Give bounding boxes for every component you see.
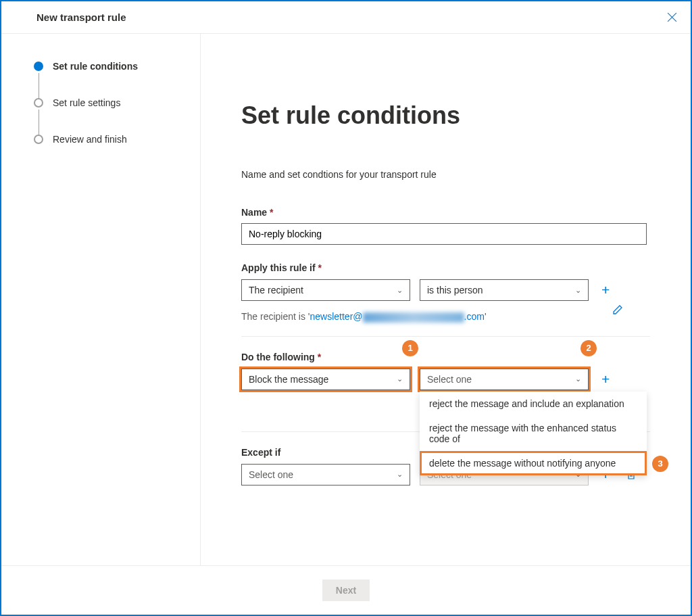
dropdown-panel: reject the message and include an explan… — [420, 392, 647, 475]
edit-condition-button[interactable] — [609, 301, 626, 318]
body: Set rule conditions Set rule settings Re… — [1, 34, 691, 565]
step-dot-icon — [34, 98, 43, 108]
step-label: Set rule conditions — [53, 61, 138, 72]
page-title: Set rule conditions — [241, 101, 650, 130]
sidebar: Set rule conditions Set rule settings Re… — [1, 34, 201, 565]
app-frame: New transport rule Set rule conditions S… — [0, 0, 692, 616]
step-dot-icon — [34, 135, 43, 144]
do-following-select-primary[interactable]: Block the message ⌄ — [241, 369, 410, 390]
name-field-group: Name * — [241, 207, 650, 245]
do-following-select-secondary[interactable]: Select one ⌄ — [420, 369, 589, 390]
plus-icon: + — [601, 282, 610, 298]
footer: Next — [1, 565, 691, 615]
step-review-and-finish[interactable]: Review and finish — [34, 134, 187, 145]
step-set-rule-settings[interactable]: Set rule settings — [34, 97, 187, 134]
chevron-down-icon: ⌄ — [397, 286, 403, 295]
dropdown-option[interactable]: delete the message without notifying any… — [420, 451, 647, 475]
plus-icon: + — [601, 371, 610, 387]
chevron-down-icon: ⌄ — [575, 286, 581, 295]
pencil-icon — [612, 304, 623, 315]
header-title: New transport rule — [36, 11, 126, 23]
blurred-domain — [363, 312, 464, 323]
chevron-down-icon: ⌄ — [397, 470, 403, 479]
chevron-down-icon: ⌄ — [575, 375, 581, 383]
do-following-group: Do the following * Block the message ⌄ 1… — [241, 352, 650, 391]
step-dot-icon — [34, 62, 43, 71]
apply-if-select-secondary[interactable]: is this person ⌄ — [420, 279, 589, 301]
do-following-row: Block the message ⌄ 1 Select one ⌄ 2 rej… — [241, 368, 650, 391]
add-action-button[interactable]: + — [598, 368, 613, 391]
dropdown-option[interactable]: reject the message and include an explan… — [420, 392, 647, 416]
recipient-link[interactable]: newsletter@.com — [310, 311, 485, 323]
header: New transport rule — [1, 1, 691, 34]
callout-badge-3: 3 — [652, 456, 668, 472]
add-condition-button[interactable]: + — [598, 279, 613, 302]
close-icon — [667, 12, 677, 22]
apply-if-label: Apply this rule if * — [241, 262, 650, 273]
name-input[interactable] — [241, 223, 647, 245]
dropdown-option[interactable]: reject the message with the enhanced sta… — [420, 416, 647, 451]
main-content: Set rule conditions Name and set condtio… — [201, 34, 691, 565]
close-button[interactable] — [664, 9, 680, 25]
page-subtitle: Name and set condtions for your transpor… — [241, 169, 650, 180]
callout-badge-2: 2 — [580, 340, 597, 356]
next-button[interactable]: Next — [322, 579, 370, 601]
step-label: Review and finish — [53, 134, 127, 145]
chevron-down-icon: ⌄ — [397, 375, 403, 383]
step-label: Set rule settings — [53, 97, 120, 108]
step-set-rule-conditions[interactable]: Set rule conditions — [34, 61, 187, 97]
name-label: Name * — [241, 207, 650, 218]
apply-if-group: Apply this rule if * The recipient ⌄ is … — [241, 262, 650, 318]
callout-badge-1: 1 — [402, 340, 418, 356]
apply-if-select-primary[interactable]: The recipient ⌄ — [241, 279, 410, 301]
divider — [241, 336, 650, 337]
except-if-select-primary[interactable]: Select one ⌄ — [241, 464, 410, 485]
apply-if-row: The recipient ⌄ is this person ⌄ + — [241, 279, 650, 302]
